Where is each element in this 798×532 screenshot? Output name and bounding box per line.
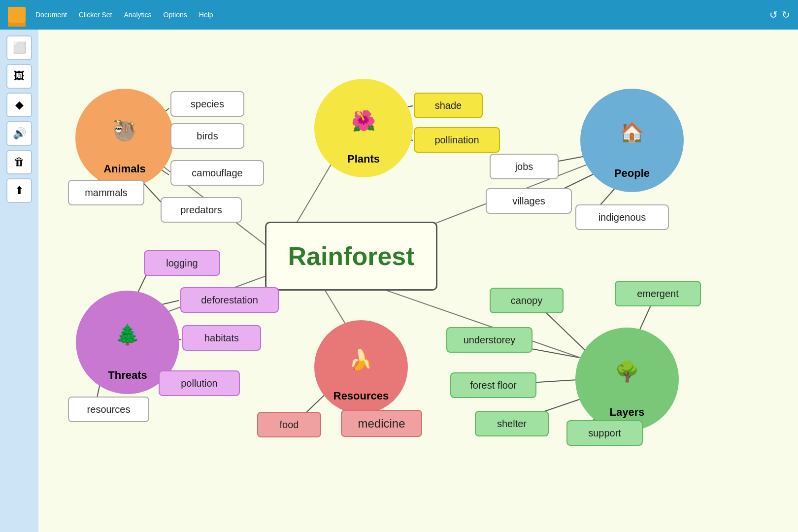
pollination-label[interactable]: pollination [414, 127, 500, 153]
layers-label: Layers [610, 406, 645, 419]
delete-button[interactable]: 🗑 [6, 150, 32, 174]
people-node[interactable]: 🏠 People [580, 89, 684, 192]
resources-label: Resources [333, 390, 389, 402]
plants-image: 🌺 [329, 94, 398, 148]
pollution-label[interactable]: pollution [159, 370, 240, 396]
threats-label: Threats [108, 369, 147, 382]
jobs-label[interactable]: jobs [490, 154, 559, 179]
undo-redo-controls: ↺ ↻ [769, 9, 790, 21]
undo-button[interactable]: ↺ [769, 9, 778, 21]
indigenous-label[interactable]: indigenous [575, 204, 669, 230]
forest-floor-label[interactable]: forest floor [450, 372, 536, 398]
species-label[interactable]: species [170, 91, 244, 117]
canvas: Rainforest 🦥 Animals species birds camou… [38, 30, 798, 532]
menu-options[interactable]: Options [164, 11, 187, 19]
central-node[interactable]: Rainforest [265, 222, 437, 291]
understorey-label[interactable]: understorey [446, 327, 532, 353]
habitats-label[interactable]: habitats [182, 325, 261, 351]
central-label: Rainforest [288, 241, 414, 271]
page-button[interactable]: ⬜ [6, 35, 32, 60]
plants-node[interactable]: 🌺 Plants [314, 79, 413, 177]
animals-image: 🦥 [90, 103, 159, 158]
villages-label[interactable]: villages [486, 188, 572, 214]
app-icon [8, 7, 26, 23]
support-label[interactable]: support [566, 420, 643, 446]
menu-clicker-set[interactable]: Clicker Set [79, 11, 112, 19]
people-label: People [614, 167, 650, 180]
redo-button[interactable]: ↻ [782, 9, 790, 21]
layers-image: 🌳 [591, 343, 664, 400]
emergent-label[interactable]: emergent [615, 281, 701, 306]
shape-button[interactable]: ◆ [6, 93, 32, 117]
plants-label: Plants [347, 153, 380, 166]
animals-label: Animals [103, 163, 146, 175]
animals-node[interactable]: 🦥 Animals [75, 89, 174, 187]
birds-label[interactable]: birds [170, 123, 244, 149]
menu-analytics[interactable]: Analytics [124, 11, 152, 19]
resources-image: 🍌 [329, 334, 394, 386]
shade-label[interactable]: shade [414, 93, 483, 118]
food-label[interactable]: food [257, 412, 321, 437]
camouflage-label[interactable]: camouflage [170, 160, 264, 186]
resources-sub-label[interactable]: resources [68, 397, 149, 422]
title-bar: Document Clicker Set Analytics Options H… [0, 0, 798, 30]
threats-image: 🌲 [92, 306, 164, 364]
menu-document[interactable]: Document [35, 11, 67, 19]
canopy-label[interactable]: canopy [490, 288, 564, 313]
image-button[interactable]: 🖼 [6, 64, 32, 89]
shelter-label[interactable]: shelter [475, 411, 549, 436]
sidebar: ⬜ 🖼 ◆ 🔊 🗑 ⬆ [0, 30, 38, 532]
predators-label[interactable]: predators [161, 197, 242, 223]
media-button[interactable]: 🔊 [6, 121, 32, 146]
menu-bar: Document Clicker Set Analytics Options H… [35, 11, 213, 19]
share-button[interactable]: ⬆ [6, 178, 32, 203]
logging-label[interactable]: logging [144, 250, 220, 276]
resources-node[interactable]: 🍌 Resources [314, 320, 408, 414]
people-image: 🏠 [596, 104, 668, 162]
medicine-label[interactable]: medicine [341, 410, 422, 437]
mammals-label[interactable]: mammals [68, 180, 144, 205]
layers-node[interactable]: 🌳 Layers [575, 328, 679, 431]
deforestation-label[interactable]: deforestation [180, 287, 279, 313]
menu-help[interactable]: Help [199, 11, 213, 19]
main-area: ⬜ 🖼 ◆ 🔊 🗑 ⬆ [0, 30, 798, 532]
